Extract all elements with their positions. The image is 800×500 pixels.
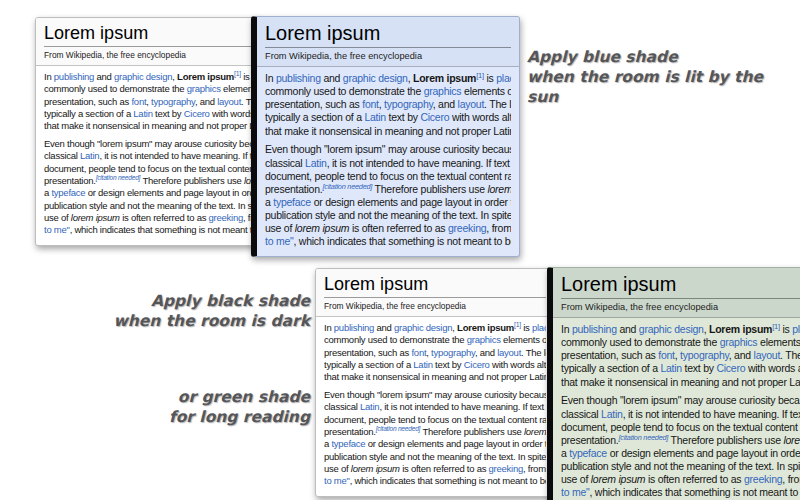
wiki-link[interactable]: greeking (209, 212, 243, 223)
wiki-link[interactable]: publishing (276, 72, 321, 84)
text-run: document, people tend to focus on the te… (265, 170, 511, 182)
wiki-link[interactable]: Latin (305, 157, 327, 169)
reference-link[interactable]: [citation needed] (96, 175, 141, 181)
text-run: typically a section of a (44, 108, 133, 119)
wiki-link[interactable]: font (411, 347, 426, 358)
canvas: Lorem ipsum From Wikipedia, the free enc… (0, 0, 800, 500)
text-line: commonly used to demonstrate the graphic… (561, 336, 800, 349)
text-run: In (44, 71, 54, 82)
wiki-link[interactable]: layout (497, 347, 521, 358)
article-body: In publishing and graphic design, Lorem … (553, 318, 800, 500)
reference-link[interactable]: [1] (772, 323, 780, 331)
wiki-link[interactable]: placeho (532, 322, 546, 333)
wiki-link[interactable]: font (658, 349, 675, 361)
wiki-link[interactable]: typeface (331, 438, 365, 449)
wiki-link[interactable]: layout (217, 96, 241, 107)
wiki-link[interactable]: Cicero (716, 362, 745, 374)
text-run: Even though "lorem ipsum" may arouse cur… (324, 389, 546, 400)
text-line: typically a section of a Latin text by C… (561, 362, 800, 375)
wiki-link[interactable]: typeface (51, 187, 85, 198)
reference-link[interactable]: [citation needed] (322, 183, 372, 191)
wiki-link[interactable]: Latin (80, 150, 99, 161)
wiki-link[interactable]: to me" (265, 235, 294, 247)
article-paragraph: Even though "lorem ipsum" may arouse cur… (561, 394, 800, 499)
text-run: text by (433, 359, 464, 370)
wiki-link[interactable]: typography (384, 98, 433, 110)
wiki-link[interactable]: to me" (44, 224, 70, 235)
text-run: Even though "lorem ipsum" may arouse cur… (265, 143, 511, 155)
wiki-link[interactable]: placeho (496, 72, 511, 84)
wiki-link[interactable]: Latin (660, 362, 682, 374)
text-line: document, people tend to focus on the te… (561, 421, 800, 434)
text-line: commonly used to demonstrate the graphic… (265, 85, 511, 98)
text-line: a typeface or design elements and page l… (265, 196, 511, 209)
text-run: use of (44, 212, 71, 223)
text-run: is often referred to as (645, 473, 744, 485)
wiki-link[interactable]: typeface (273, 196, 311, 208)
wiki-link[interactable]: publishing (334, 322, 374, 333)
wiki-link[interactable]: graphic design (639, 323, 704, 335)
reference-link[interactable]: [citation needed] (376, 426, 421, 432)
text-line: publication style and not the meaning of… (324, 451, 546, 463)
text-run: elements of a d (501, 334, 546, 345)
reference-link[interactable]: [1] (514, 322, 521, 328)
wiki-link[interactable]: publishing (54, 71, 94, 82)
wikipedia-panel-blue-shade: Lorem ipsum From Wikipedia, the free enc… (251, 16, 520, 257)
wiki-link[interactable]: to me" (561, 486, 590, 498)
wiki-link[interactable]: layout (754, 349, 781, 361)
text-run: or design elements and page layout in or… (311, 196, 511, 208)
wiki-link[interactable]: graphics (424, 85, 462, 97)
text-line: use of lorem ipsum is often referred to … (44, 212, 252, 224)
wiki-link[interactable]: Cicero (464, 359, 490, 370)
wiki-link[interactable]: publishing (572, 323, 617, 335)
text-run: document, people tend to focus on the te… (44, 163, 252, 174)
text-line: commonly used to demonstrate the graphic… (44, 83, 252, 95)
text-run: publication style and not the meaning of… (324, 451, 546, 462)
wiki-link[interactable]: graphics (720, 336, 758, 348)
wiki-link[interactable]: graphic design (114, 71, 172, 82)
wiki-link[interactable]: Latin (413, 359, 432, 370)
text-run: text by (386, 111, 421, 123)
wiki-link[interactable]: typography (151, 96, 195, 107)
wiki-link[interactable]: typography (680, 349, 729, 361)
wiki-link[interactable]: placeho (792, 323, 800, 335)
wikipedia-panel-original-bottom: Lorem ipsum From Wikipedia, the free enc… (315, 268, 555, 497)
article-subtitle: From Wikipedia, the free encyclopedia (265, 50, 511, 63)
wiki-link[interactable]: Latin (364, 111, 386, 123)
text-line: use of lorem ipsum is often referred to … (324, 463, 546, 475)
wiki-link[interactable]: Latin (601, 408, 623, 420)
text-run: publication style and not the meaning of… (265, 209, 511, 221)
wiki-link[interactable]: typeface (569, 447, 607, 459)
wiki-link[interactable]: Latin (360, 401, 379, 412)
text-run: text by (682, 362, 717, 374)
text-run: use of (265, 222, 295, 234)
wiki-link[interactable]: greeking (489, 463, 523, 474)
wiki-link[interactable]: font (362, 98, 379, 110)
wiki-link[interactable]: Cicero (184, 108, 210, 119)
text-run: lorem ipsum (295, 222, 349, 234)
wiki-link[interactable]: greeking (744, 473, 782, 485)
wiki-link[interactable]: to me" (324, 475, 350, 486)
wiki-link[interactable]: graphics (467, 334, 501, 345)
reference-link[interactable]: [1] (476, 72, 484, 80)
article-header: Lorem ipsum From Wikipedia, the free enc… (257, 17, 519, 67)
text-run: , and (433, 98, 458, 110)
article-subtitle: From Wikipedia, the free encyclopedia (324, 300, 546, 313)
text-run: presentation, such as (561, 349, 658, 361)
wiki-link[interactable]: Cicero (420, 111, 449, 123)
wiki-link[interactable]: graphic design (394, 322, 452, 333)
text-line: Even though "lorem ipsum" may arouse cur… (561, 394, 800, 407)
wiki-link[interactable]: font (131, 96, 146, 107)
annotation-line: when the room is dark (70, 311, 310, 331)
text-run: lorem ip (783, 434, 800, 446)
wiki-link[interactable]: typography (431, 347, 475, 358)
wiki-link[interactable]: graphic design (343, 72, 408, 84)
wiki-link[interactable]: layout (458, 98, 485, 110)
wiki-link[interactable]: greeking (448, 222, 486, 234)
reference-link[interactable]: [citation needed] (618, 434, 668, 442)
text-run: , it is not intended to have meaning. If… (379, 401, 546, 412)
reference-link[interactable]: [1] (234, 71, 241, 77)
wiki-link[interactable]: graphics (187, 83, 221, 94)
wiki-link[interactable]: Latin (133, 108, 152, 119)
article-title: Lorem ipsum (324, 274, 546, 298)
